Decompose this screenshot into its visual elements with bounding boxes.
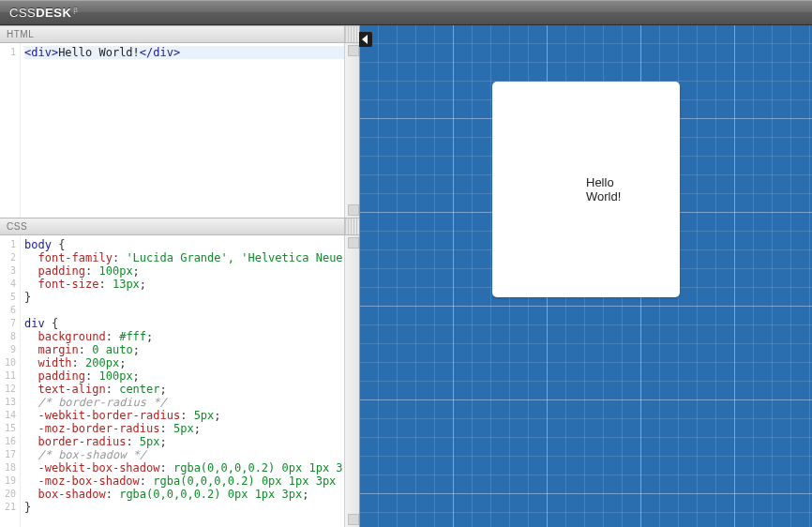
code-line[interactable]: <div>Hello World!</div> <box>24 46 359 59</box>
code-line[interactable]: border-radius: 5px; <box>24 435 359 448</box>
preview-pane: Hello World! <box>360 25 812 527</box>
line-number: 15 <box>0 422 16 435</box>
css-panel-label: CSS <box>7 221 27 232</box>
css-panel-header: CSS <box>0 218 359 235</box>
code-line[interactable]: div { <box>24 317 359 330</box>
code-line[interactable]: font-size: 13px; <box>24 278 359 291</box>
line-number: 6 <box>0 304 16 317</box>
preview-hello-text: Hello World! <box>586 175 621 203</box>
html-panel-label: HTML <box>7 29 34 39</box>
line-number: 3 <box>0 264 16 278</box>
app-logo: CSSDESKβ <box>9 6 78 20</box>
logo-beta: β <box>73 6 78 14</box>
line-number: 17 <box>0 448 16 461</box>
line-number: 21 <box>0 501 16 514</box>
code-line[interactable]: margin: 0 auto; <box>24 343 359 356</box>
code-line[interactable]: padding: 100px; <box>24 264 359 278</box>
code-line[interactable]: background: #fff; <box>24 330 359 343</box>
code-line[interactable]: padding: 100px; <box>24 369 359 383</box>
code-line[interactable]: } <box>24 291 359 304</box>
html-panel-header: HTML <box>0 25 359 43</box>
line-number: 8 <box>0 330 16 343</box>
code-line[interactable]: box-shadow: rgba(0,0,0,0.2) 0px 1px 3px; <box>24 488 359 501</box>
line-number: 19 <box>0 474 16 488</box>
code-line[interactable]: font-family: 'Lucida Grande', 'Helvetica… <box>24 251 359 264</box>
code-line[interactable]: width: 200px; <box>24 356 359 369</box>
line-number: 12 <box>0 383 16 396</box>
code-line[interactable]: /* border-radius */ <box>24 396 359 409</box>
line-number: 14 <box>0 409 16 422</box>
css-lines[interactable]: body { font-family: 'Lucida Grande', 'He… <box>21 235 359 527</box>
line-number: 13 <box>0 396 16 409</box>
code-line[interactable]: /* box-shadow */ <box>24 448 359 461</box>
line-number: 18 <box>0 461 16 474</box>
logo-part-bold: DESK <box>36 6 71 20</box>
html-scrollbar[interactable] <box>344 43 359 218</box>
line-number: 5 <box>0 291 16 304</box>
code-line[interactable]: } <box>24 501 359 514</box>
code-line[interactable]: -webkit-box-shadow: rgba(0,0,0,0.2) 0px … <box>24 461 359 474</box>
line-number: 1 <box>0 238 16 251</box>
line-number: 2 <box>0 251 16 264</box>
code-line[interactable]: -moz-border-radius: 5px; <box>24 422 359 435</box>
app-header: CSSDESKβ <box>0 0 812 25</box>
line-number: 7 <box>0 317 16 330</box>
preview-hello-box: Hello World! <box>492 82 680 297</box>
line-number: 1 <box>0 46 16 59</box>
html-gutter: 1 <box>0 43 21 218</box>
code-line[interactable]: -webkit-border-radius: 5px; <box>24 409 359 422</box>
line-number: 16 <box>0 435 16 448</box>
html-panel-grip[interactable] <box>344 26 359 42</box>
preview-content: Hello World! <box>360 25 812 527</box>
css-panel-grip[interactable] <box>344 218 359 234</box>
css-gutter: 123456789101112131415161718192021 <box>0 235 21 527</box>
editor-column: HTML 1 <div>Hello World!</div> CSS 12345… <box>0 25 360 527</box>
html-editor[interactable]: 1 <div>Hello World!</div> <box>0 43 359 218</box>
logo-part-light: CSS <box>9 6 36 20</box>
line-number: 20 <box>0 488 16 501</box>
line-number: 10 <box>0 356 16 369</box>
css-scrollbar[interactable] <box>344 235 359 527</box>
code-line[interactable]: -moz-box-shadow: rgba(0,0,0,0.2) 0px 1px… <box>24 474 359 488</box>
code-line[interactable]: text-align: center; <box>24 383 359 396</box>
line-number: 11 <box>0 369 16 383</box>
css-editor[interactable]: 123456789101112131415161718192021 body {… <box>0 235 359 527</box>
code-line[interactable]: body { <box>24 238 359 251</box>
line-number: 9 <box>0 343 16 356</box>
line-number: 4 <box>0 278 16 291</box>
code-line[interactable] <box>24 304 359 317</box>
html-lines[interactable]: <div>Hello World!</div> <box>21 43 359 218</box>
